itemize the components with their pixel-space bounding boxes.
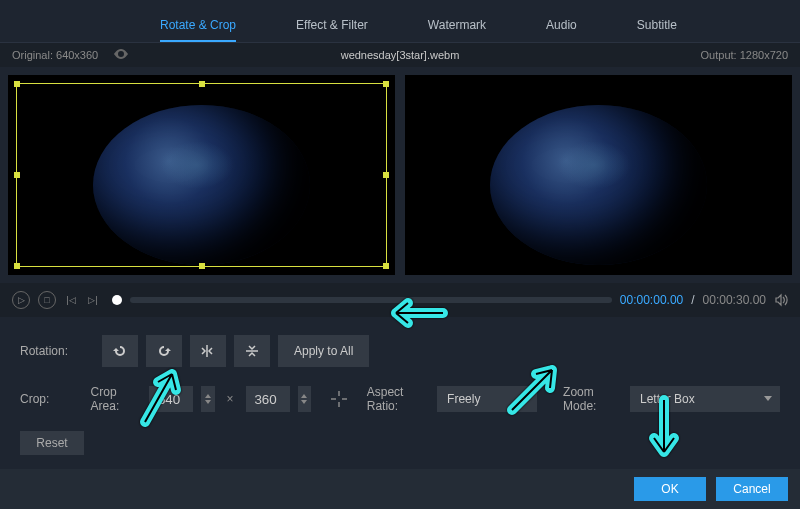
tab-rotate-crop[interactable]: Rotate & Crop [160, 10, 236, 42]
playhead[interactable] [112, 295, 122, 305]
crop-label: Crop: [20, 392, 83, 406]
ok-button[interactable]: OK [634, 477, 706, 501]
crop-handle-mr[interactable] [383, 172, 389, 178]
reset-button[interactable]: Reset [20, 431, 84, 455]
timeline-track[interactable] [130, 297, 612, 303]
zoom-mode-label: Zoom Mode: [563, 385, 620, 413]
rotation-label: Rotation: [20, 344, 94, 358]
crop-handle-bm[interactable] [199, 263, 205, 269]
aspect-ratio-label: Aspect Ratio: [367, 385, 427, 413]
output-size-label: Output: 1280x720 [529, 49, 788, 61]
crop-area-label: Crop Area: [91, 385, 139, 413]
crop-row: Crop: Crop Area: × Aspect Ratio: Freely … [20, 385, 780, 413]
time-total: 00:00:30.00 [703, 293, 766, 307]
original-size-label: Original: 640x360 [12, 49, 98, 61]
rotation-row: Rotation: Apply to All [20, 335, 780, 367]
visibility-icon[interactable] [113, 49, 129, 61]
crop-width-spinner[interactable] [201, 386, 215, 412]
flip-horizontal-button[interactable] [190, 335, 226, 367]
tab-watermark[interactable]: Watermark [428, 10, 486, 42]
crop-width-input[interactable] [149, 386, 193, 412]
info-bar: Original: 640x360 wednesday[3star].webm … [0, 43, 800, 67]
crop-handle-bl[interactable] [14, 263, 20, 269]
tab-effect-filter[interactable]: Effect & Filter [296, 10, 368, 42]
time-sep: / [691, 293, 694, 307]
filename-label: wednesday[3star].webm [271, 49, 530, 61]
cancel-button[interactable]: Cancel [716, 477, 788, 501]
output-preview [405, 75, 792, 275]
time-current: 00:00:00.00 [620, 293, 683, 307]
reset-row: Reset [20, 431, 780, 455]
crop-height-input[interactable] [246, 386, 290, 412]
dimension-separator: × [227, 392, 234, 406]
aspect-ratio-select[interactable]: Freely [437, 386, 537, 412]
prev-frame-icon[interactable]: |◁ [64, 291, 78, 309]
stop-icon[interactable]: □ [38, 291, 56, 309]
crop-handle-tl[interactable] [14, 81, 20, 87]
original-preview[interactable] [8, 75, 395, 275]
center-crop-icon[interactable] [327, 385, 351, 413]
zoom-mode-select[interactable]: Letter Box [630, 386, 780, 412]
next-frame-icon[interactable]: ▷| [86, 291, 100, 309]
crop-handle-br[interactable] [383, 263, 389, 269]
playback-controls: ▷ □ |◁ ▷| 00:00:00.00/00:00:30.00 [0, 283, 800, 317]
tab-bar: Rotate & Crop Effect & Filter Watermark … [0, 0, 800, 43]
tab-subtitle[interactable]: Subtitle [637, 10, 677, 42]
crop-handle-tr[interactable] [383, 81, 389, 87]
crop-height-spinner[interactable] [298, 386, 312, 412]
flip-vertical-button[interactable] [234, 335, 270, 367]
apply-to-all-button[interactable]: Apply to All [278, 335, 369, 367]
bottom-bar: OK Cancel [0, 469, 800, 509]
rotate-left-button[interactable] [102, 335, 138, 367]
play-icon[interactable]: ▷ [12, 291, 30, 309]
crop-frame[interactable] [16, 83, 387, 267]
rotate-right-button[interactable] [146, 335, 182, 367]
crop-handle-tm[interactable] [199, 81, 205, 87]
tab-audio[interactable]: Audio [546, 10, 577, 42]
volume-icon[interactable] [774, 293, 788, 307]
crop-handle-ml[interactable] [14, 172, 20, 178]
